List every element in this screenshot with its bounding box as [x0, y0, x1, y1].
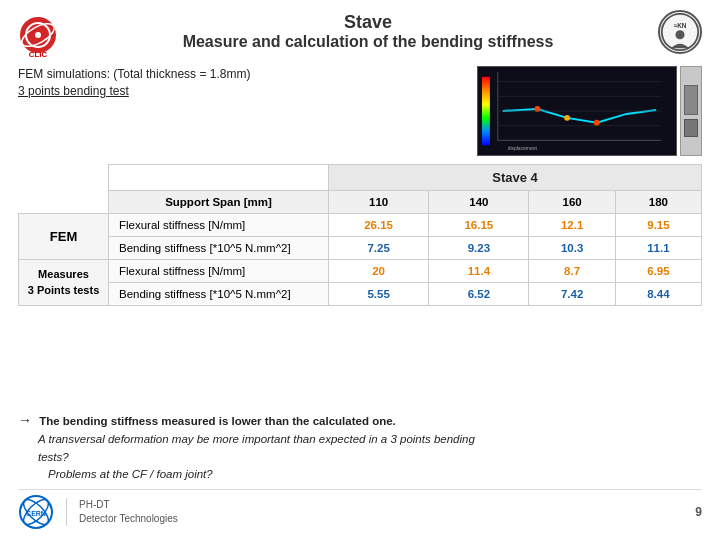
- cern-logo: CERN: [18, 494, 54, 530]
- footer-divider: [66, 498, 67, 526]
- fem-section: FEM simulations: (Total thickness = 1.8m…: [18, 66, 702, 156]
- stave-header: Stave 4: [329, 165, 702, 191]
- conclusion-line4: Problems at the CF / foam joint?: [48, 466, 702, 483]
- header: CLIC Stave Measure and calculation of th…: [18, 10, 702, 60]
- meas-flex-180: 6.95: [615, 260, 701, 283]
- fem-simulation-image: displacement: [477, 66, 677, 156]
- title-line1: Stave: [78, 12, 658, 33]
- fem-flex-160: 12.1: [529, 214, 615, 237]
- svg-text:≈KN: ≈KN: [674, 22, 687, 29]
- footer-org-line2: Detector Technologies: [79, 512, 178, 526]
- fem-bend-110: 7.25: [329, 237, 429, 260]
- conclusion-line1: → The bending stiffness measured is lowe…: [18, 410, 702, 431]
- table-row: Bending stiffness [*10^5 N.mm^2] 7.25 9.…: [19, 237, 702, 260]
- th-empty1: [19, 165, 109, 191]
- bending-stiffness-label-fem: Bending stiffness [*10^5 N.mm^2]: [109, 237, 329, 260]
- fem-label: FEM: [19, 214, 109, 260]
- side-bar-bottom: [684, 119, 698, 137]
- title-line2: Measure and calculation of the bending s…: [78, 33, 658, 51]
- arrow-section: → The bending stiffness measured is lowe…: [18, 410, 702, 483]
- meas-bend-160: 7.42: [529, 283, 615, 306]
- header-right: ≈KN: [658, 10, 702, 54]
- svg-rect-9: [482, 77, 490, 145]
- meas-flex-110: 20: [329, 260, 429, 283]
- page: CLIC Stave Measure and calculation of th…: [0, 0, 720, 540]
- fem-flex-110: 26.15: [329, 214, 429, 237]
- flexural-stiffness-label-meas: Flexural stiffness [N/mm]: [109, 260, 329, 283]
- stiffness-table: Stave 4 Support Span [mm] 110 140 160 18…: [18, 164, 702, 306]
- table-container: Stave 4 Support Span [mm] 110 140 160 18…: [18, 164, 702, 402]
- fem-bend-140: 9.23: [429, 237, 529, 260]
- flexural-stiffness-label-fem: Flexural stiffness [N/mm]: [109, 214, 329, 237]
- conclusion-line3: tests?: [38, 449, 702, 466]
- page-number: 9: [695, 505, 702, 519]
- meas-bend-140: 6.52: [429, 283, 529, 306]
- fem-text: FEM simulations: (Total thickness = 1.8m…: [18, 66, 465, 100]
- svg-text:CERN: CERN: [26, 510, 46, 517]
- meas-bend-110: 5.55: [329, 283, 429, 306]
- table-row: FEM Flexural stiffness [N/mm] 26.15 16.1…: [19, 214, 702, 237]
- fem-line2-underline: 3 points bending test: [18, 84, 129, 98]
- th-160: 160: [529, 191, 615, 214]
- svg-point-12: [594, 120, 600, 126]
- footer-left: CERN PH-DT Detector Technologies: [18, 494, 178, 530]
- svg-text:displacement: displacement: [508, 146, 538, 151]
- bending-stiffness-label-meas: Bending stiffness [*10^5 N.mm^2]: [109, 283, 329, 306]
- fem-line1: FEM simulations: (Total thickness = 1.8m…: [18, 66, 465, 83]
- fem-bend-180: 11.1: [615, 237, 701, 260]
- clic-logo: CLIC: [18, 10, 78, 60]
- th-empty2: [109, 165, 329, 191]
- fem-line2: 3 points bending test: [18, 83, 465, 100]
- conclusion-line2: A transversal deformation may be more im…: [38, 431, 702, 448]
- measures-label: Measures3 Points tests: [19, 260, 109, 306]
- footer: CERN PH-DT Detector Technologies 9: [18, 489, 702, 530]
- arrow-icon: →: [18, 412, 32, 428]
- th-180: 180: [615, 191, 701, 214]
- side-bar-top: [684, 85, 698, 115]
- fem-bend-160: 10.3: [529, 237, 615, 260]
- th-110: 110: [329, 191, 429, 214]
- knn-badge: ≈KN: [658, 10, 702, 54]
- meas-flex-140: 11.4: [429, 260, 529, 283]
- th-140: 140: [429, 191, 529, 214]
- svg-point-11: [564, 115, 570, 121]
- conclusion-text1: The bending stiffness measured is lower …: [39, 415, 396, 427]
- svg-text:CLIC: CLIC: [29, 50, 48, 59]
- fem-flex-180: 9.15: [615, 214, 701, 237]
- header-title: Stave Measure and calculation of the ben…: [78, 10, 658, 51]
- th-empty3: [19, 191, 109, 214]
- table-row: Bending stiffness [*10^5 N.mm^2] 5.55 6.…: [19, 283, 702, 306]
- fem-flex-140: 16.15: [429, 214, 529, 237]
- footer-org: PH-DT Detector Technologies: [79, 498, 178, 526]
- footer-org-line1: PH-DT: [79, 498, 178, 512]
- meas-bend-180: 8.44: [615, 283, 701, 306]
- table-row: Measures3 Points tests Flexural stiffnes…: [19, 260, 702, 283]
- meas-flex-160: 8.7: [529, 260, 615, 283]
- svg-point-3: [35, 32, 41, 38]
- stave-side-image: [680, 66, 702, 156]
- th-support-span: Support Span [mm]: [109, 191, 329, 214]
- svg-point-7: [675, 30, 684, 39]
